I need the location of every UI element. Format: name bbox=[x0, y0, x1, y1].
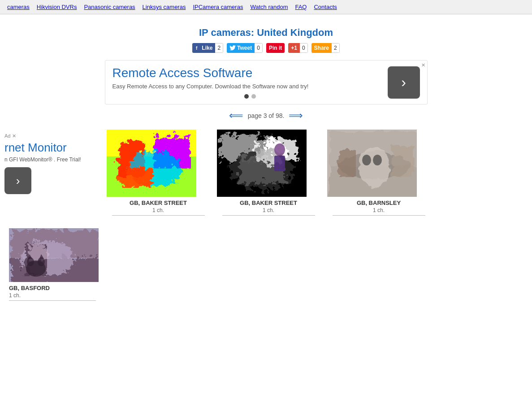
camera-location-baker1: GB, BAKER STREET bbox=[107, 200, 210, 206]
camera-image-baker2 bbox=[217, 130, 307, 197]
left-ad-next-icon: › bbox=[16, 174, 20, 188]
nav-panasonic[interactable]: Panasonic cameras bbox=[80, 3, 138, 11]
fb-count: 2 bbox=[215, 43, 223, 53]
svg-point-7 bbox=[116, 163, 151, 186]
svg-point-30 bbox=[25, 242, 47, 260]
sh-count: 2 bbox=[332, 43, 340, 53]
ad-dot-1[interactable] bbox=[244, 94, 249, 99]
camera-divider-baker2 bbox=[222, 215, 315, 216]
camera-thumb-barnsley bbox=[327, 130, 417, 197]
left-ad-close[interactable]: Ad ✕ bbox=[4, 133, 94, 139]
facebook-like-button[interactable]: f Like 2 bbox=[192, 43, 223, 53]
camera-location-basford: GB, BASFORD bbox=[9, 285, 105, 291]
twitter-tweet-button[interactable]: Tweet 0 bbox=[227, 43, 263, 53]
ad-subtitle: Easy Remote Access to any Computer. Down… bbox=[112, 83, 388, 90]
google-plus-button[interactable]: +1 0 bbox=[288, 43, 307, 53]
sh-label: Share bbox=[311, 43, 332, 53]
camera-card-baker2[interactable]: GB, BAKER STREET 1 ch. bbox=[217, 130, 320, 216]
ad-title: Remote Access Software bbox=[112, 66, 388, 80]
camera-thumb-baker2 bbox=[217, 130, 307, 197]
ad-next-icon: › bbox=[401, 74, 406, 91]
gp-count: 0 bbox=[300, 43, 308, 53]
page-title: IP cameras: United Kingdom bbox=[0, 27, 532, 39]
nav-hikvision[interactable]: Hikvision DVRs bbox=[33, 3, 81, 11]
svg-point-23 bbox=[362, 155, 371, 165]
gp-label: +1 bbox=[288, 43, 300, 53]
svg-rect-20 bbox=[336, 147, 354, 174]
social-share-row: f Like 2 Tweet 0 Pin it +1 0 Share 2 bbox=[0, 43, 532, 53]
camera-thumb-basford bbox=[9, 228, 99, 282]
camera-thumb-baker1 bbox=[107, 130, 196, 197]
left-ad-body: n GFI WebMonitor® . Free Trial! bbox=[4, 156, 94, 163]
nav-watch-random[interactable]: Watch random bbox=[247, 3, 291, 11]
camera-card-basford[interactable]: GB, BASFORD 1 ch. bbox=[9, 228, 105, 301]
camera-location-baker2: GB, BAKER STREET bbox=[217, 200, 320, 206]
ad-dot-2[interactable] bbox=[251, 94, 256, 99]
camera-divider-baker1 bbox=[112, 215, 205, 216]
next-page-arrow[interactable]: ⟹ bbox=[289, 110, 303, 121]
navigation: cameras Hikvision DVRs Panasonic cameras… bbox=[0, 0, 532, 14]
pagination: ⟸ page 3 of 98. ⟹ bbox=[0, 110, 532, 121]
pinterest-pin-button[interactable]: Pin it bbox=[266, 43, 285, 53]
nav-contacts[interactable]: Contacts bbox=[310, 3, 340, 11]
fb-label: f Like bbox=[192, 43, 215, 53]
svg-point-14 bbox=[274, 143, 285, 156]
svg-point-22 bbox=[356, 145, 388, 186]
camera-image-baker1 bbox=[107, 130, 196, 197]
nav-ipcamera[interactable]: IPCamera cameras bbox=[189, 3, 247, 11]
camera-channels-basford: 1 ch. bbox=[9, 292, 105, 299]
camera-channels-barnsley: 1 ch. bbox=[327, 207, 430, 213]
ad-close-button[interactable]: ✕ bbox=[421, 62, 425, 68]
camera-image-basford bbox=[9, 228, 99, 282]
ad-banner: Remote Access Software Easy Remote Acces… bbox=[105, 60, 428, 104]
camera-card-baker1[interactable]: GB, BAKER STREET 1 ch. bbox=[107, 130, 210, 216]
svg-rect-15 bbox=[274, 156, 285, 171]
camera-grid: GB, BAKER STREET 1 ch. bbox=[99, 130, 532, 225]
left-ad-panel: Ad ✕ rnet Monitor n GFI WebMonitor® . Fr… bbox=[0, 130, 99, 225]
share-button[interactable]: Share 2 bbox=[311, 43, 340, 53]
pagination-text: page 3 of 98. bbox=[248, 112, 285, 119]
camera-divider-basford bbox=[9, 300, 96, 301]
camera-divider-barnsley bbox=[333, 215, 425, 216]
nav-faq[interactable]: FAQ bbox=[291, 3, 310, 11]
main-layout: Ad ✕ rnet Monitor n GFI WebMonitor® . Fr… bbox=[0, 130, 532, 225]
left-ad-title: rnet Monitor bbox=[4, 141, 94, 155]
nav-cameras[interactable]: cameras bbox=[4, 3, 33, 11]
basford-section: GB, BASFORD 1 ch. bbox=[4, 228, 532, 304]
left-ad-next-button[interactable]: › bbox=[4, 167, 31, 194]
camera-channels-baker2: 1 ch. bbox=[217, 207, 320, 213]
camera-image-barnsley bbox=[327, 130, 417, 197]
camera-channels-baker1: 1 ch. bbox=[107, 207, 210, 213]
pin-label: Pin it bbox=[266, 43, 285, 53]
nav-linksys[interactable]: Linksys cameras bbox=[139, 3, 190, 11]
ad-next-button[interactable]: › bbox=[388, 66, 420, 99]
camera-location-barnsley: GB, BARNSLEY bbox=[327, 200, 430, 206]
prev-page-arrow[interactable]: ⟸ bbox=[229, 110, 243, 121]
tw-count: 0 bbox=[255, 43, 263, 53]
camera-card-barnsley[interactable]: GB, BARNSLEY 1 ch. bbox=[327, 130, 430, 216]
svg-point-24 bbox=[373, 155, 382, 165]
svg-rect-21 bbox=[390, 143, 412, 174]
tw-label: Tweet bbox=[227, 43, 255, 53]
